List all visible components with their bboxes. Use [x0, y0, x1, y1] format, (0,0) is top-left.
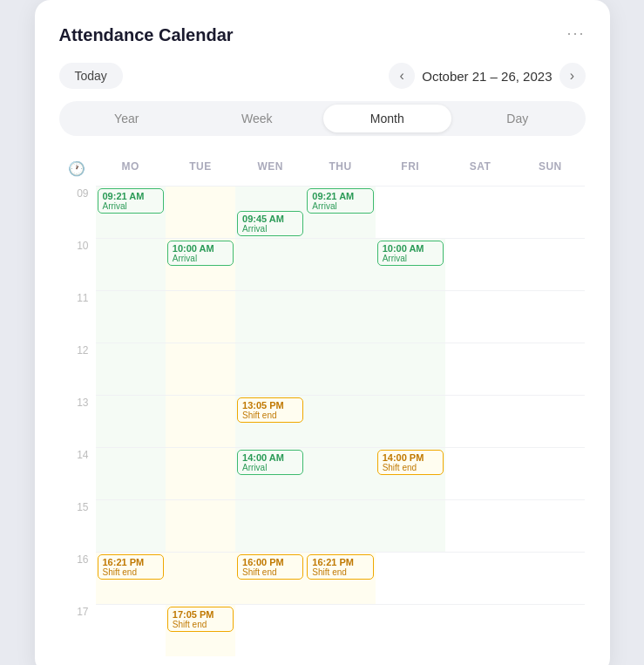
cell-fri-13: [376, 395, 445, 447]
cell-tue-11: [166, 290, 235, 343]
col-fri: FRI: [376, 155, 445, 186]
col-mo: MO: [96, 155, 166, 186]
cell-tue-17: 17:05 PM Shift end: [166, 604, 235, 656]
col-sat: SAT: [445, 155, 515, 186]
tab-month[interactable]: Month: [323, 105, 452, 132]
cell-wen-11: [235, 290, 305, 343]
cell-thu-16: 16:21 PM Shift end: [305, 552, 375, 604]
cell-sat-09: [445, 186, 515, 238]
event-wen-arrival-09: 09:45 AM Arrival: [237, 211, 303, 236]
col-tue: TUE: [166, 155, 235, 186]
col-sun: SUN: [515, 155, 585, 186]
event-fri-shift-14: 14:00 PM Shift end: [377, 450, 444, 475]
next-arrow-button[interactable]: ›: [559, 63, 586, 89]
cell-sun-11: [515, 290, 585, 343]
cell-fri-10: 10:00 AM Arrival: [376, 238, 445, 290]
cell-wen-12: [235, 343, 305, 395]
event-wen-shift-13: 13:05 PM Shift end: [237, 397, 303, 423]
event-wen-arrival-14: 14:00 AM Arrival: [237, 450, 303, 475]
cell-fri-14: 14:00 PM Shift end: [376, 447, 445, 499]
cell-tue-12: [166, 343, 235, 395]
cell-wen-17: [235, 604, 305, 656]
cell-sun-16: [515, 552, 585, 604]
cell-wen-14: 14:00 AM Arrival: [235, 447, 305, 499]
cell-sat-15: [445, 499, 515, 552]
cell-sun-12: [515, 343, 585, 395]
event-mo-arrival-09: 09:21 AM Arrival: [98, 188, 164, 214]
prev-arrow-button[interactable]: ‹: [389, 63, 415, 89]
cell-sun-14: [515, 447, 585, 499]
cell-thu-13: [305, 395, 375, 447]
cell-sun-13: [515, 395, 585, 447]
date-navigation: ‹ October 21 – 26, 2023 ›: [389, 63, 585, 89]
event-tue-shift-17: 17:05 PM Shift end: [167, 607, 234, 632]
cell-wen-13: 13:05 PM Shift end: [235, 395, 305, 447]
tab-year[interactable]: Year: [63, 105, 192, 132]
cell-wen-10: [235, 238, 305, 290]
cell-thu-17: [305, 604, 375, 656]
date-range-label: October 21 – 26, 2023: [422, 69, 552, 84]
cell-tue-15: [166, 499, 235, 552]
cell-fri-11: [376, 290, 445, 343]
time-16: 16: [59, 552, 96, 604]
tab-week[interactable]: Week: [193, 105, 322, 132]
cell-mo-10: [96, 238, 166, 290]
clock-header: 🕐: [59, 155, 96, 186]
attendance-calendar-card: Attendance Calendar ⋮ Today ‹ October 21…: [35, 0, 610, 665]
cell-fri-12: [376, 343, 445, 395]
col-thu: THU: [305, 155, 375, 186]
cell-thu-11: [305, 290, 375, 343]
time-12: 12: [59, 343, 96, 395]
time-11: 11: [59, 290, 96, 343]
cell-mo-16: 16:21 PM Shift end: [96, 552, 166, 604]
time-14: 14: [59, 447, 96, 499]
cell-sat-17: [445, 604, 515, 656]
cell-thu-14: [305, 447, 375, 499]
cell-thu-09: 09:21 AM Arrival: [305, 186, 375, 238]
tab-day[interactable]: Day: [453, 105, 582, 132]
cell-mo-15: [96, 499, 166, 552]
cell-mo-17: [96, 604, 166, 656]
event-tue-arrival-10: 10:00 AM Arrival: [167, 241, 234, 266]
card-header: Attendance Calendar ⋮: [59, 24, 586, 45]
calendar-grid: 🕐 MO TUE WEN THU FRI SAT SUN 09 09:21 AM…: [59, 155, 586, 656]
cell-thu-12: [305, 343, 375, 395]
cell-wen-15: [235, 499, 305, 552]
cell-mo-12: [96, 343, 166, 395]
cell-sat-16: [445, 552, 515, 604]
time-13: 13: [59, 395, 96, 447]
cell-sat-14: [445, 447, 515, 499]
cell-fri-15: [376, 499, 445, 552]
cell-tue-16: [166, 552, 235, 604]
cell-tue-09: [166, 186, 235, 238]
clock-icon: 🕐: [68, 160, 86, 177]
card-title: Attendance Calendar: [59, 25, 234, 45]
cell-tue-10: 10:00 AM Arrival: [166, 238, 235, 290]
cell-sun-09: [515, 186, 585, 238]
cell-mo-11: [96, 290, 166, 343]
time-15: 15: [59, 499, 96, 552]
cell-mo-13: [96, 395, 166, 447]
cell-mo-14: [96, 447, 166, 499]
cell-thu-10: [305, 238, 375, 290]
more-options-icon[interactable]: ⋮: [566, 25, 586, 44]
cell-sat-13: [445, 395, 515, 447]
event-thu-shift-16: 16:21 PM Shift end: [307, 554, 373, 580]
cell-tue-13: [166, 395, 235, 447]
event-mo-shift-16: 16:21 PM Shift end: [98, 554, 164, 580]
col-wen: WEN: [235, 155, 305, 186]
cell-wen-16: 16:00 PM Shift end: [235, 552, 305, 604]
time-10: 10: [59, 238, 96, 290]
cell-tue-14: [166, 447, 235, 499]
time-09: 09: [59, 186, 96, 238]
navigation-row: Today ‹ October 21 – 26, 2023 ›: [59, 63, 586, 89]
cell-thu-15: [305, 499, 375, 552]
cell-sun-17: [515, 604, 585, 656]
view-tabs: Year Week Month Day: [59, 101, 586, 136]
time-17: 17: [59, 604, 96, 656]
cell-mo-09: 09:21 AM Arrival: [96, 186, 166, 238]
today-button[interactable]: Today: [59, 63, 123, 89]
cell-sat-11: [445, 290, 515, 343]
event-fri-arrival-10: 10:00 AM Arrival: [377, 241, 444, 266]
cell-sun-10: [515, 238, 585, 290]
